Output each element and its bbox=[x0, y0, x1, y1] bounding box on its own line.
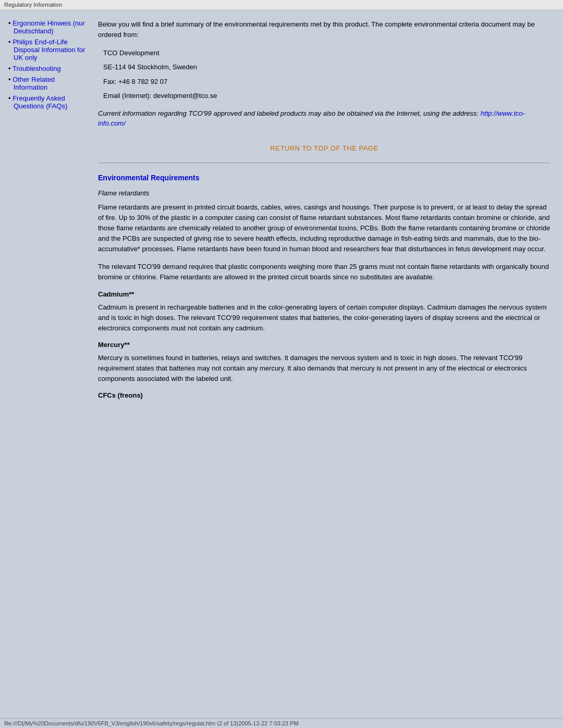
subsection3-label: Mercury** bbox=[98, 341, 550, 349]
subsection4-label: CFCs (freons) bbox=[98, 391, 550, 399]
subsection2-para: Cadmium is present in rechargeable batte… bbox=[98, 302, 550, 334]
sidebar-link-troubleshooting[interactable]: Troubleshooting bbox=[13, 65, 61, 72]
subsection1-para2: The relevant TCO'99 demand requires that… bbox=[98, 262, 550, 282]
subsection3-para: Mercury is sometimes found in batteries,… bbox=[98, 353, 550, 384]
address-line-2: SE-114 94 Stockholm, Sweden bbox=[103, 60, 550, 74]
bottom-bar: file:///D|/My%20Documents/dfu/190V6FB_V3… bbox=[0, 718, 563, 728]
content-area: Below you will find a brief summary of t… bbox=[92, 14, 559, 714]
address-line-4: Email (Internet): development@tco.se bbox=[103, 89, 550, 103]
env-requirements-section: Environmental Requirements Flame retarda… bbox=[98, 174, 550, 400]
top-bar-title: Regulatory Information bbox=[4, 2, 62, 8]
subsection1-label: Flame retardants bbox=[98, 189, 550, 197]
address-block: TCO Development SE-114 94 Stockholm, Swe… bbox=[98, 46, 550, 103]
intro-paragraph: Below you will find a brief summary of t… bbox=[98, 19, 550, 40]
sidebar-item-3: Other Related Information bbox=[8, 76, 88, 91]
address-line-3: Fax: +46 8 782 92 07 bbox=[103, 75, 550, 89]
section-divider bbox=[98, 163, 550, 163]
top-bar: Regulatory Information bbox=[0, 0, 563, 10]
sidebar-item-1: Philips End-of-Life Disposal Information… bbox=[8, 38, 88, 61]
italic-note-text: Current information regarding TCO'99 app… bbox=[98, 109, 481, 117]
main-layout: Ergonomie Hinweis (nur Deutschland) Phil… bbox=[0, 10, 563, 718]
subsection1-para1: Flame retardants are present in printed … bbox=[98, 202, 550, 255]
italic-note: Current information regarding TCO'99 app… bbox=[98, 108, 550, 129]
section-title: Environmental Requirements bbox=[98, 174, 550, 182]
sidebar-link-other-related[interactable]: Other Related Information bbox=[13, 76, 55, 91]
sidebar: Ergonomie Hinweis (nur Deutschland) Phil… bbox=[4, 14, 92, 714]
return-to-top-section: RETURN TO TOP OF THE PAGE bbox=[98, 144, 550, 152]
sidebar-item-0: Ergonomie Hinweis (nur Deutschland) bbox=[8, 19, 88, 35]
sidebar-nav: Ergonomie Hinweis (nur Deutschland) Phil… bbox=[8, 19, 88, 110]
sidebar-item-2: Troubleshooting bbox=[8, 65, 88, 72]
sidebar-item-4: Frequently Asked Questions (FAQs) bbox=[8, 94, 88, 110]
address-line-1: TCO Development bbox=[103, 46, 550, 60]
subsection2-label: Cadmium** bbox=[98, 290, 550, 298]
sidebar-link-ergonomie[interactable]: Ergonomie Hinweis (nur Deutschland) bbox=[13, 19, 85, 35]
return-to-top-link[interactable]: RETURN TO TOP OF THE PAGE bbox=[270, 144, 378, 152]
sidebar-link-disposal[interactable]: Philips End-of-Life Disposal Information… bbox=[13, 38, 85, 61]
sidebar-link-faq[interactable]: Frequently Asked Questions (FAQs) bbox=[13, 94, 67, 110]
bottom-bar-path: file:///D|/My%20Documents/dfu/190V6FB_V3… bbox=[4, 720, 299, 726]
